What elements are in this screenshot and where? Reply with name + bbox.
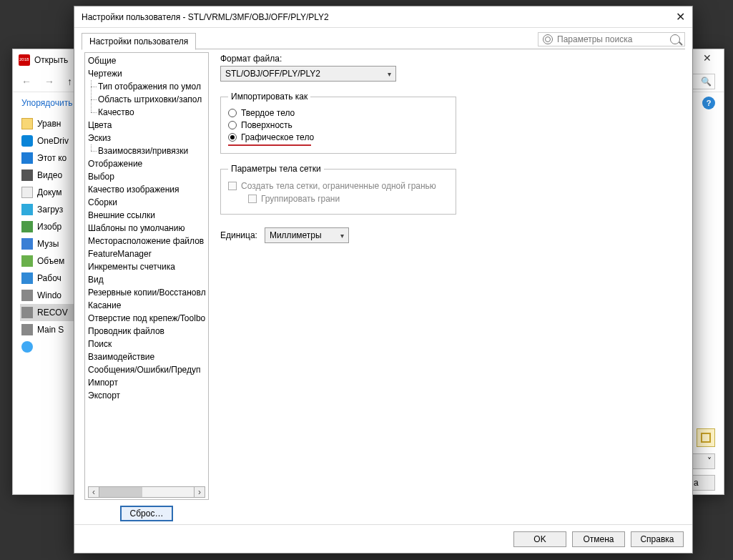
tree-item[interactable]: Взаимосвязи/привязки <box>98 144 208 157</box>
tree-item[interactable]: Поиск <box>88 338 208 350</box>
sidebar-item-label: Объем <box>37 256 64 266</box>
radio-icon <box>228 109 237 117</box>
radio-icon <box>228 133 237 142</box>
sidebar-item-label: Докум <box>37 187 62 197</box>
format-label: Формат файла: <box>220 54 679 64</box>
tree-item[interactable]: Область штриховки/запол <box>98 93 208 106</box>
sidebar-item-label: Рабоч <box>37 273 62 283</box>
organize-menu[interactable]: Упорядочить <box>21 98 72 108</box>
ok-button[interactable]: OK <box>513 531 566 547</box>
tree-item[interactable]: Тип отображения по умол <box>98 80 208 93</box>
sidebar-item-label: Windo <box>37 290 62 300</box>
tree-item[interactable]: Общие <box>88 54 208 67</box>
tree-item[interactable]: Эскиз <box>88 132 208 144</box>
tree-item[interactable]: Цвета <box>88 119 208 132</box>
radio-graphic-body[interactable]: Графическое тело <box>228 132 448 142</box>
sidebar-item-label: Изобр <box>37 222 62 232</box>
gear-icon <box>543 34 553 44</box>
tree-item[interactable]: Месторасположение файлов <box>88 235 208 247</box>
import-as-group: Импортировать как Твердое тело Поверхнос… <box>220 92 456 154</box>
file-format-combo[interactable]: STL/OBJ/OFF/PLY/PLY2 ▾ <box>220 66 396 82</box>
help-icon[interactable]: ? <box>702 97 715 109</box>
close-icon[interactable]: ✕ <box>695 52 719 64</box>
tree-item[interactable]: Качество <box>98 106 208 119</box>
drive-icon <box>21 290 33 301</box>
sidebar-item-label: Уравн <box>37 119 61 129</box>
folder-icon <box>21 118 33 129</box>
tree-item[interactable]: Импорт <box>88 376 208 389</box>
sidebar-item-label: Main S <box>37 325 64 335</box>
tree-item[interactable]: Отображение <box>88 157 208 170</box>
tree-item[interactable]: Сборки <box>88 196 208 209</box>
vol-icon <box>21 255 33 267</box>
help-button[interactable]: Справка <box>631 531 684 547</box>
drive-icon <box>21 307 33 318</box>
img-icon <box>21 221 33 232</box>
doc-icon <box>21 187 33 198</box>
app-icon <box>19 54 30 66</box>
tree-item[interactable]: Проводник файлов <box>88 325 208 338</box>
import-as-legend: Импортировать как <box>228 92 310 102</box>
close-icon[interactable]: ✕ <box>664 10 685 24</box>
desk-icon <box>21 272 33 284</box>
video-icon <box>21 170 33 181</box>
tree-item[interactable]: Резервные копии/Восстановл <box>88 286 208 299</box>
sidebar-item-label: Загруз <box>37 205 63 215</box>
settings-search-input[interactable]: Параметры поиска <box>538 32 685 46</box>
tree-item[interactable]: Отверстие под крепеж/Toolbо <box>88 312 208 325</box>
tree-item[interactable]: Экспорт <box>88 389 208 402</box>
dialog-titlebar: Настройки пользователя - STL/VRML/3MF/OB… <box>74 6 692 28</box>
cancel-button[interactable]: Отмена <box>572 531 625 547</box>
onedrive-icon <box>21 135 33 147</box>
drive-icon <box>21 324 33 335</box>
tree-item[interactable]: Чертежи <box>88 67 208 80</box>
checkbox-icon <box>228 182 237 190</box>
dialog-footer: OK Отмена Справка <box>74 524 692 553</box>
nav-back-button[interactable]: ← <box>21 76 31 87</box>
tree-item[interactable]: Вид <box>88 273 208 286</box>
tree-item[interactable]: Выбор <box>88 170 208 183</box>
chevron-down-icon: ▾ <box>340 232 344 240</box>
tree-item[interactable]: Внешние ссылки <box>88 209 208 222</box>
thumbnail-toggle-button[interactable] <box>697 428 715 447</box>
horizontal-scrollbar[interactable]: ‹ › <box>88 486 205 498</box>
radio-icon <box>228 121 237 129</box>
tree-item[interactable]: Взаимодействие <box>88 350 208 363</box>
tree-item[interactable]: Качество изображения <box>88 183 208 196</box>
reset-button[interactable]: Сброс… <box>120 506 173 521</box>
sidebar-item-label: Этот ко <box>37 153 67 163</box>
sidebar-item-label: OneDriv <box>37 136 69 146</box>
pc-icon <box>21 152 33 164</box>
scroll-left-button[interactable]: ‹ <box>88 486 99 498</box>
tree-item[interactable]: Сообщения/Ошибки/Предуп <box>88 363 208 376</box>
mesh-params-legend: Параметры тела сетки <box>228 164 324 174</box>
sidebar-item-label: RECOV <box>37 308 68 318</box>
nav-up-button[interactable]: ↑ <box>67 76 72 87</box>
down-icon <box>21 204 33 215</box>
scrollbar-thumb[interactable] <box>99 487 142 497</box>
search-icon: 🔍 <box>701 77 712 87</box>
radio-solid-body[interactable]: Твердое тело <box>228 108 448 118</box>
unit-combo[interactable]: Миллиметры ▾ <box>265 227 349 243</box>
tree-item[interactable]: Инкременты счетчика <box>88 260 208 273</box>
radio-surface[interactable]: Поверхность <box>228 120 448 130</box>
checkbox-group-faces: Группировать грани <box>248 194 448 204</box>
mesh-body-params-group: Параметры тела сетки Создать тела сетки,… <box>220 164 456 215</box>
highlight-underline <box>228 144 311 146</box>
sidebar-item-label: Музы <box>37 239 59 249</box>
checkbox-icon <box>248 195 257 203</box>
search-icon <box>670 34 680 44</box>
tree-item[interactable]: Шаблоны по умолчанию <box>88 222 208 235</box>
cloud-icon <box>21 341 33 353</box>
music-icon <box>21 238 33 250</box>
nav-forward-button[interactable]: → <box>44 76 54 87</box>
scroll-right-button[interactable]: › <box>194 486 205 498</box>
tree-item[interactable]: FeatureManager <box>88 247 208 260</box>
dialog-title: Настройки пользователя - STL/VRML/3MF/OB… <box>82 12 664 22</box>
tree-item[interactable]: Касание <box>88 299 208 312</box>
settings-category-tree[interactable]: ОбщиеЧертежиТип отображения по умолОблас… <box>84 52 209 500</box>
checkbox-create-mesh-bodies: Создать тела сетки, ограниченные одной г… <box>228 181 448 191</box>
tab-user-settings[interactable]: Настройки пользователя <box>82 33 196 50</box>
user-settings-dialog: Настройки пользователя - STL/VRML/3MF/OB… <box>74 6 693 554</box>
chevron-down-icon: ▾ <box>388 70 391 78</box>
